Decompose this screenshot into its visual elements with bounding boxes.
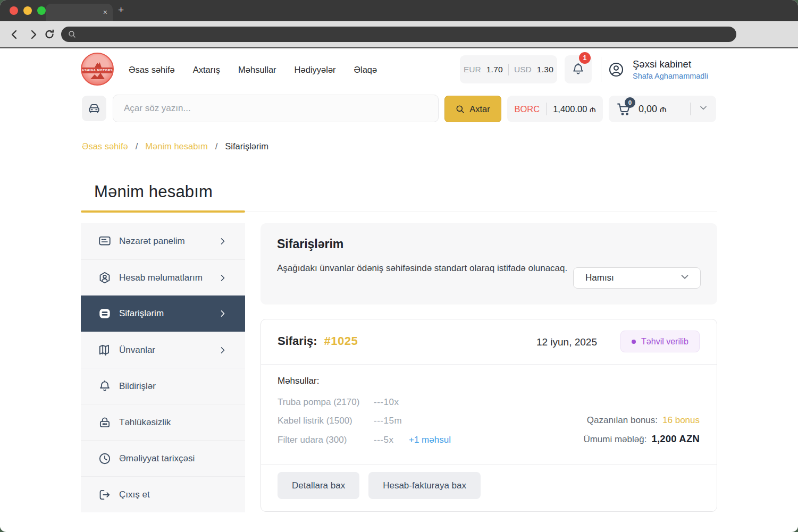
products-label: Məhsullar: [278,376,319,386]
nav-item-gifts[interactable]: Hədiyyələr [295,65,336,75]
sidebar-item-transaction-history[interactable]: Əməliyyat tarixçəsi [81,440,245,476]
product-row: Filter udara (300) ---5x +1 məhsul [261,435,537,446]
vehicle-search-button[interactable] [82,96,106,121]
reload-button[interactable] [43,28,56,41]
bell-icon [98,379,112,393]
status-label: Təhvil verilib [641,337,688,347]
chevron-right-icon [217,345,228,356]
sidebar-item-label: Təhlükəsizlik [119,417,171,428]
dashboard-icon [98,234,112,248]
user-hexagon-icon [98,271,112,285]
order-number: #1025 [324,334,358,348]
orders-panel-title: Sifarişlərim [277,237,343,251]
divider [601,57,601,82]
debt-label: BORC [514,104,540,114]
divider [261,464,717,465]
sidebar-item-label: Bildirişlər [119,381,156,392]
brand-name: ASHINA MOTORS [81,67,114,73]
product-row: Truba pompa (2170) ---10x [261,397,537,409]
orders-panel-description: Aşağıdakı ünvanlar ödəniş səhifəsində st… [277,261,577,275]
total-label: Ümumi məbləğ: [583,434,646,445]
account-title: Şəxsi kabinet [633,58,708,70]
new-tab-button[interactable]: + [118,4,124,16]
account-menu[interactable]: Şəxsi kabinet Shafa Aghamammadli [608,55,708,83]
search-icon [68,30,76,38]
title-accent-underline [81,210,245,213]
close-window-button[interactable] [10,6,18,15]
browser-tab[interactable]: × [46,4,113,21]
product-name: Truba pompa (2170) [278,397,359,408]
browser-window: × + ASHINA MOTORS Əsas səhifə Axtar [0,0,798,532]
product-quantity: ---10x [374,397,399,408]
search-submit-button[interactable]: Axtar [444,96,501,122]
notifications-button[interactable]: 1 [565,55,592,83]
eur-label: EUR [464,65,481,74]
total-line: Ümumi məbləğ: 1,200 AZN [583,433,700,445]
cart-total: 0,00 ₼ [639,104,667,115]
sidebar-item-logout[interactable]: Çıxış et [81,476,245,512]
total-value: 1,200 AZN [651,433,700,445]
lock-icon [98,416,112,429]
usd-label: USD [514,65,532,74]
view-details-button[interactable]: Detallara bax [278,472,359,499]
divider [261,364,717,365]
breadcrumb-home[interactable]: Əsas səhifə [82,141,128,151]
more-products-link[interactable]: +1 məhsul [409,435,451,445]
orders-panel: Sifarişlərim Aşağıdakı ünvanlar ödəniş s… [261,223,717,305]
sidebar-item-dashboard[interactable]: Nəzarət panelim [81,223,245,259]
bonus-line: Qazanılan bonus: 16 bonus [587,415,700,426]
logout-icon [98,488,112,502]
brand-logo[interactable]: ASHINA MOTORS [81,53,114,86]
page-title: Mənim hesabım [94,182,213,201]
nav-item-search[interactable]: Axtarış [193,65,220,75]
product-name: Kabel listrik (1500) [278,416,352,426]
order-card: Sifariş: #1025 12 iyun, 2025 Təhvil veri… [261,319,717,512]
search-button-label: Axtar [469,104,490,114]
status-badge: Təhvil verilib [620,331,700,352]
nav-item-contact[interactable]: Əlaqə [354,65,377,75]
account-username: Shafa Aghamammadli [633,72,708,80]
sidebar-item-security[interactable]: Təhlükəsizlik [81,404,245,440]
maximize-window-button[interactable] [37,6,46,15]
sidebar-item-notifications[interactable]: Bildirişlər [81,368,245,404]
orders-filter-dropdown[interactable]: Hamısı [573,267,701,289]
sidebar-item-label: Nəzarət panelim [119,236,185,247]
cart-button[interactable]: 0 0,00 ₼ [609,96,716,122]
tab-close-icon[interactable]: × [103,7,107,17]
nav-item-home[interactable]: Əsas səhifə [129,65,175,75]
eur-value: 1.70 [486,65,503,74]
breadcrumb-separator: / [215,141,218,151]
search-input[interactable] [113,95,439,122]
bonus-value: 16 bonus [662,415,700,426]
product-row: Kabel listrik (1500) ---15m [261,416,537,427]
forward-button[interactable] [27,28,39,41]
sidebar-item-label: Sifarişlərim [119,308,164,319]
chevron-down-icon [679,271,691,285]
divider [508,64,509,75]
usd-value: 1.30 [537,65,553,74]
car-icon [87,102,101,115]
sidebar-item-account-info[interactable]: Hesab məlumatlarım [81,259,245,295]
view-invoice-button[interactable]: Hesab-fakturaya bax [368,472,481,499]
debt-indicator: BORC 1,400.00 ₼ [507,96,603,122]
search-icon [456,105,465,114]
breadcrumb-my-account[interactable]: Mənim hesabım [145,141,207,151]
minimize-window-button[interactable] [23,6,32,15]
clock-icon [98,452,112,466]
breadcrumb-current: Sifarişlərim [225,141,268,151]
sidebar-item-label: Ünvanlar [119,345,155,356]
sidebar-item-addresses[interactable]: Ünvanlar [81,332,245,368]
main-nav: Əsas səhifə Axtarış Məhsullar Hədiyyələr… [129,48,377,91]
address-bar[interactable] [61,27,736,42]
back-button[interactable] [9,28,21,41]
currency-rates: EUR 1.70 USD 1.30 [460,55,557,83]
chevron-down-icon [698,103,709,115]
breadcrumb: Əsas səhifə / Mənim hesabım / Sifarişlər… [82,141,268,151]
orders-icon [98,307,112,320]
sidebar-item-orders[interactable]: Sifarişlərim [81,295,245,332]
sidebar-item-label: Əməliyyat tarixçəsi [119,453,195,464]
nav-item-products[interactable]: Məhsullar [238,65,276,75]
divider [690,103,691,115]
bonus-label: Qazanılan bonus: [587,415,658,426]
sidebar-item-label: Hesab məlumatlarım [119,273,203,283]
